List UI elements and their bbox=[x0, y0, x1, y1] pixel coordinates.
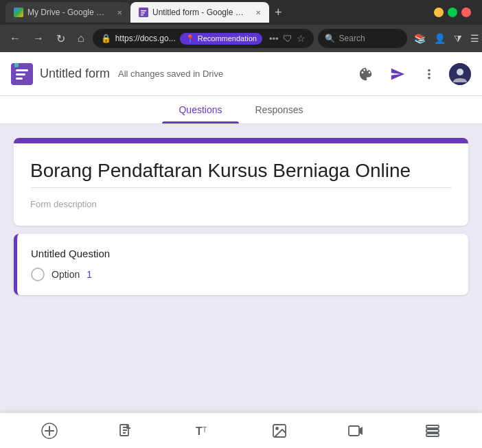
menu-icon[interactable]: ☰ bbox=[468, 30, 482, 47]
back-button[interactable]: ← bbox=[5, 30, 25, 47]
drive-favicon-icon bbox=[14, 8, 23, 17]
bottom-toolbar: TT bbox=[0, 412, 482, 448]
form-tabs: Questions Responses bbox=[0, 96, 482, 124]
tab-responses[interactable]: Responses bbox=[239, 96, 320, 123]
security-icon: 🔒 bbox=[101, 34, 111, 43]
app-title: Untitled form bbox=[40, 67, 110, 81]
app-logo bbox=[11, 63, 33, 85]
header-actions bbox=[354, 62, 471, 86]
close-button[interactable]: × bbox=[461, 8, 471, 17]
recommendation-label: Recommendation bbox=[198, 34, 257, 43]
browser-tab-2[interactable]: Untitled form - Google Forms ✕ bbox=[130, 2, 269, 23]
svg-rect-2 bbox=[141, 12, 145, 14]
radio-button[interactable] bbox=[31, 268, 45, 281]
add-section-button[interactable] bbox=[419, 417, 446, 445]
star-icon[interactable]: ☆ bbox=[297, 33, 306, 44]
svg-rect-20 bbox=[426, 434, 439, 436]
reload-button[interactable]: ↻ bbox=[52, 30, 69, 48]
palette-button[interactable] bbox=[354, 62, 378, 86]
browser-tab-2-close[interactable]: ✕ bbox=[255, 9, 261, 16]
profile-icon[interactable]: 👤 bbox=[431, 30, 448, 47]
import-questions-button[interactable] bbox=[112, 417, 139, 445]
svg-point-16 bbox=[276, 427, 278, 429]
svg-rect-18 bbox=[426, 425, 439, 428]
new-tab-button[interactable]: + bbox=[269, 5, 288, 20]
extensions-icon[interactable]: ⧩ bbox=[451, 30, 465, 47]
maximize-button[interactable]: □ bbox=[448, 8, 457, 17]
option-row: Option 1 bbox=[31, 268, 455, 281]
question-card: Untitled Question Option 1 bbox=[14, 234, 468, 295]
browser-tab-1-label: My Drive - Google Drive bbox=[27, 8, 110, 17]
svg-rect-7 bbox=[16, 78, 23, 80]
svg-rect-6 bbox=[16, 73, 25, 75]
address-bar-row: ← → ↻ ⌂ 🔒 https://docs.go... 📍 Recommend… bbox=[0, 25, 482, 52]
tab-questions[interactable]: Questions bbox=[162, 96, 238, 123]
forward-button[interactable]: → bbox=[29, 30, 48, 47]
add-title-button[interactable]: TT bbox=[189, 417, 216, 445]
forms-favicon-icon bbox=[139, 8, 148, 17]
svg-text:T: T bbox=[196, 425, 203, 437]
address-text: https://docs.go... bbox=[115, 34, 176, 43]
avatar[interactable] bbox=[449, 63, 471, 85]
bookmarks-icon[interactable]: 📚 bbox=[411, 30, 428, 47]
browser-icons: 📚 👤 ⧩ ☰ bbox=[411, 30, 482, 47]
recommendation-badge[interactable]: 📍 Recommendation bbox=[180, 33, 262, 45]
app-header: Untitled form All changes saved in Drive bbox=[0, 52, 482, 96]
svg-rect-1 bbox=[141, 10, 146, 12]
tab-bar: My Drive - Google Drive ✕ Untitled form … bbox=[0, 0, 482, 25]
form-description[interactable]: Form description bbox=[30, 199, 452, 209]
add-image-button[interactable] bbox=[266, 417, 293, 445]
minimize-button[interactable]: − bbox=[434, 8, 444, 17]
home-button[interactable]: ⌂ bbox=[73, 30, 89, 47]
save-status: All changes saved in Drive bbox=[118, 69, 354, 79]
svg-rect-3 bbox=[141, 14, 144, 16]
main-content: Borang Pendaftaran Kursus Berniaga Onlin… bbox=[0, 124, 482, 419]
option-number: 1 bbox=[87, 269, 92, 280]
search-icon: 🔍 bbox=[325, 34, 335, 43]
browser-tab-2-label: Untitled form - Google Forms bbox=[152, 8, 249, 17]
address-field[interactable]: 🔒 https://docs.go... 📍 Recommendation ••… bbox=[93, 29, 314, 48]
question-title[interactable]: Untitled Question bbox=[31, 248, 455, 259]
form-title-card: Borang Pendaftaran Kursus Berniaga Onlin… bbox=[14, 138, 468, 226]
option-label: Option bbox=[51, 269, 80, 280]
address-more-icon[interactable]: ••• bbox=[269, 34, 279, 44]
search-field[interactable]: 🔍 Search bbox=[318, 29, 407, 48]
window-controls: − □ × bbox=[428, 8, 477, 17]
search-placeholder: Search bbox=[339, 34, 365, 43]
svg-rect-19 bbox=[426, 429, 439, 432]
recommendation-icon: 📍 bbox=[185, 34, 195, 43]
shield-icon: 🛡 bbox=[283, 33, 292, 44]
browser-tab-1[interactable]: My Drive - Google Drive ✕ bbox=[5, 2, 130, 23]
svg-rect-5 bbox=[16, 69, 28, 71]
browser-tab-1-close[interactable]: ✕ bbox=[117, 9, 122, 16]
add-question-button[interactable] bbox=[36, 417, 63, 445]
svg-text:T: T bbox=[203, 426, 207, 434]
send-button[interactable] bbox=[386, 62, 409, 86]
form-title[interactable]: Borang Pendaftaran Kursus Berniaga Onlin… bbox=[30, 160, 452, 188]
svg-rect-17 bbox=[349, 426, 359, 436]
more-options-button[interactable] bbox=[417, 62, 441, 86]
svg-rect-8 bbox=[14, 63, 19, 67]
svg-point-10 bbox=[457, 69, 463, 75]
add-video-button[interactable] bbox=[342, 417, 369, 445]
